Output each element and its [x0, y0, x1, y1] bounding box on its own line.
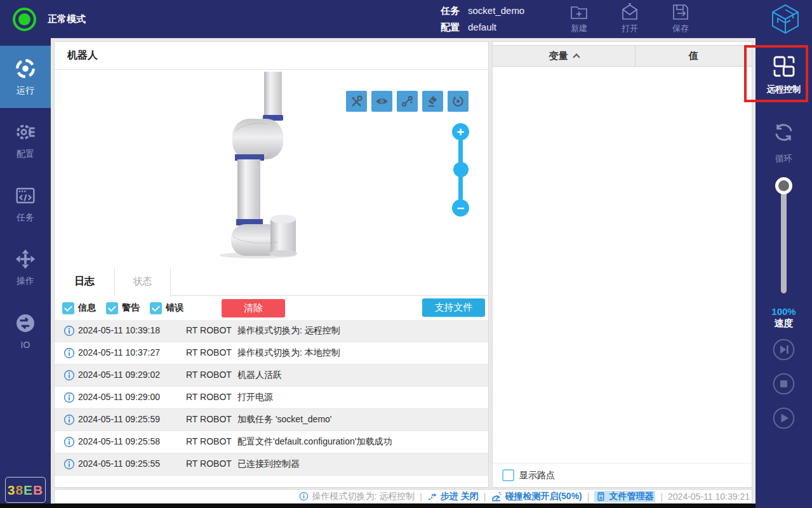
sidebar-item-operate-label: 操作	[17, 276, 34, 287]
speed-label: 速度	[755, 318, 812, 329]
value-column-header[interactable]: 值	[636, 46, 752, 66]
sidebar-item-io-label: IO	[21, 340, 30, 350]
clear-log-button[interactable]: 清除	[222, 299, 285, 318]
jog-arrows-icon	[15, 248, 36, 270]
play-button[interactable]	[773, 407, 795, 429]
log-row: 2024-05-11 09:25:55 RT ROBOT 已连接到控制器	[55, 453, 488, 476]
zoom-slider-handle[interactable]	[453, 162, 469, 177]
collision-detection-icon	[491, 491, 502, 502]
sidebar-item-run-label: 运行	[17, 85, 34, 97]
config-value: default	[468, 20, 496, 34]
new-folder-icon	[569, 2, 589, 22]
eraser-button[interactable]	[422, 91, 443, 112]
stop-button[interactable]	[773, 373, 795, 395]
log-source: RT ROBOT	[186, 436, 232, 446]
run-icon	[15, 58, 36, 79]
rotate-view-button[interactable]	[448, 91, 469, 112]
robot-3d-view: + −	[55, 70, 488, 267]
status-indicator-icon	[13, 8, 36, 31]
step-forward-button[interactable]	[773, 338, 795, 361]
zoom-in-button[interactable]: +	[452, 123, 469, 140]
waypoint-path-icon	[400, 94, 415, 109]
save-task-button[interactable]: 保存	[660, 2, 701, 34]
open-task-button[interactable]: 打开	[609, 2, 650, 34]
save-task-label: 保存	[672, 23, 689, 34]
robot-arm-model[interactable]	[211, 72, 306, 262]
step-mode-toggle[interactable]: 步进 关闭	[427, 491, 479, 502]
step-mode-icon	[427, 491, 437, 502]
task-value: socket_demo	[468, 4, 524, 17]
log-source: RT ROBOT	[186, 325, 232, 335]
waypoint-path-button[interactable]	[397, 91, 418, 112]
new-task-label: 新建	[571, 23, 587, 34]
sidebar-item-run[interactable]: 运行	[0, 46, 51, 108]
log-time: 2024-05-11 10:39:18	[78, 325, 160, 335]
filter-info-label: 信息	[78, 302, 96, 314]
left-sidebar: 运行 配置 任务 操作	[0, 38, 51, 508]
robot-panel: 机器人	[54, 41, 489, 488]
log-row: 2024-05-11 09:29:02 RT ROBOT 机器人活跃	[55, 364, 488, 387]
collision-detection-toggle[interactable]: 碰撞检测开启(50%)	[491, 491, 582, 502]
view-toolbar	[346, 91, 469, 112]
sidebar-item-operate[interactable]: 操作	[0, 236, 51, 298]
status-mode-message: 操作模式切换为: 远程控制	[299, 491, 415, 502]
robot-panel-title: 机器人	[67, 49, 98, 62]
info-icon	[63, 392, 75, 403]
log-message: 操作模式切换为: 远程控制	[237, 325, 340, 337]
log-row: 2024-05-11 09:25:59 RT ROBOT 加载任务 'socke…	[55, 409, 488, 431]
variables-column-label: 变量	[549, 50, 568, 62]
brand-logo-icon	[769, 3, 801, 35]
zoom-out-button[interactable]: −	[452, 199, 469, 217]
file-manager-label: 文件管理器	[609, 491, 653, 502]
info-checkbox[interactable]	[62, 302, 74, 314]
remote-control-label: 远程控制	[767, 84, 801, 95]
badge-char: 8	[15, 483, 23, 498]
loop-icon	[772, 121, 795, 144]
log-message: 已连接到控制器	[237, 458, 300, 470]
tools-button[interactable]	[346, 91, 367, 112]
show-waypoints-checkbox[interactable]	[502, 469, 514, 481]
open-folder-icon	[620, 2, 640, 22]
config-label: 配置	[441, 20, 460, 34]
speed-percent: 100%	[755, 306, 812, 318]
log-time: 2024-05-11 09:25:55	[78, 458, 160, 469]
file-manager-button[interactable]: 文件管理器	[594, 491, 655, 502]
support-file-button[interactable]: 支持文件	[422, 298, 485, 317]
task-label: 任务	[441, 4, 460, 17]
visibility-button[interactable]	[371, 91, 392, 112]
loop-label: 循环	[775, 153, 792, 164]
tab-status[interactable]: 状态	[115, 267, 171, 296]
robot-panel-header: 机器人	[55, 42, 488, 70]
error-checkbox[interactable]	[150, 302, 162, 314]
sidebar-item-io[interactable]: IO	[0, 300, 51, 362]
warning-checkbox[interactable]	[106, 302, 118, 314]
badge-char: E	[23, 483, 33, 498]
filter-warning[interactable]: 警告	[106, 302, 140, 314]
status-indicator-dot	[18, 13, 30, 25]
sidebar-item-config[interactable]: 配置	[0, 109, 51, 171]
speed-slider-handle[interactable]	[775, 177, 792, 194]
task-row: 任务 socket_demo	[441, 4, 524, 17]
remote-control-button[interactable]: 远程控制	[755, 54, 812, 95]
filter-info[interactable]: 信息	[62, 302, 96, 314]
settings-gear-icon	[15, 121, 36, 143]
topbar: 正常模式 任务 socket_demo 配置 default 新建	[0, 0, 812, 38]
new-task-button[interactable]: 新建	[559, 2, 599, 34]
speed-slider-track[interactable]	[781, 185, 787, 293]
mode-label: 正常模式	[48, 13, 86, 25]
log-message: 配置文件'default.configuration'加载成功	[237, 436, 392, 448]
info-icon	[299, 491, 309, 501]
separator: |	[660, 491, 663, 502]
filter-error[interactable]: 错误	[150, 302, 183, 314]
save-icon	[670, 2, 691, 22]
app-root: 正常模式 任务 socket_demo 配置 default 新建	[0, 0, 812, 508]
sidebar-item-task[interactable]: 任务	[0, 173, 51, 235]
loop-button[interactable]: 循环	[755, 121, 812, 164]
session-code-badge[interactable]: 38EB	[5, 477, 46, 503]
tab-log[interactable]: 日志	[55, 267, 115, 296]
log-source: RT ROBOT	[186, 370, 232, 380]
status-mode-text: 操作模式切换为: 远程控制	[312, 491, 415, 502]
log-row: 2024-05-11 09:25:58 RT ROBOT 配置文件'defaul…	[55, 431, 488, 453]
variables-column-header[interactable]: 变量	[493, 46, 636, 66]
task-config-info: 任务 socket_demo 配置 default	[441, 4, 524, 34]
